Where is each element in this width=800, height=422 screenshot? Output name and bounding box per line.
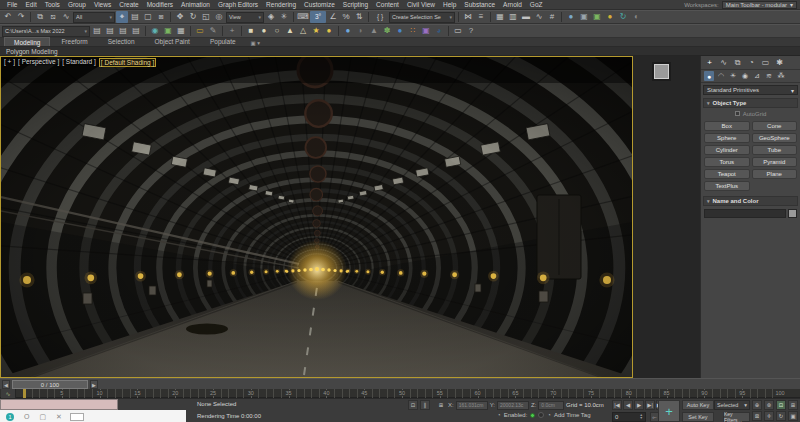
cone-primitive-icon[interactable]: ▲ xyxy=(284,25,296,37)
field-of-view-icon[interactable]: ⊠ xyxy=(752,411,762,421)
x-coordinate-field[interactable]: 161.031cm xyxy=(456,401,488,410)
rect-selection-region-icon[interactable]: ▢ xyxy=(142,11,154,23)
layer-explorer-icon[interactable]: ▥ xyxy=(507,11,519,23)
select-manipulate-icon[interactable]: ✳ xyxy=(278,11,290,23)
overlay-icon-0[interactable]: 1 xyxy=(6,413,14,421)
menu-customize[interactable]: Customize xyxy=(300,1,339,8)
sphere-primitive-icon[interactable]: ● xyxy=(258,25,270,37)
key-mode-dropdown[interactable]: Selected ▾ xyxy=(714,400,750,410)
select-link-icon[interactable]: ⧉ xyxy=(34,11,46,23)
angle-snap-icon[interactable]: ∠ xyxy=(327,11,339,23)
hierarchy-tab[interactable]: ⧉ xyxy=(732,57,743,68)
object-button-sphere[interactable]: Sphere xyxy=(704,133,750,143)
spacewarps-category[interactable]: ≋ xyxy=(764,71,774,81)
curve-editor-icon[interactable]: ∿ xyxy=(533,11,545,23)
object-button-plane[interactable]: Plane xyxy=(752,169,798,179)
ribbon-tab-populate[interactable]: Populate xyxy=(201,37,245,46)
foliage-icon[interactable]: ✽ xyxy=(381,25,393,37)
orbit-icon[interactable]: ↻ xyxy=(776,411,786,421)
menu-substance[interactable]: Substance xyxy=(460,1,499,8)
viewport-standard-menu[interactable]: [ Standard ] xyxy=(62,58,96,67)
subcategory-dropdown[interactable]: Standard Primitives ▾ xyxy=(703,85,798,95)
enabled-green-indicator[interactable] xyxy=(530,413,535,418)
box-primitive-icon[interactable]: ■ xyxy=(245,25,257,37)
shadow-sphere-icon[interactable]: ◕ xyxy=(433,25,445,37)
explorer-icon-4[interactable]: ▤ xyxy=(130,25,142,37)
rendered-frame-icon[interactable]: ▣ xyxy=(591,11,603,23)
help-icon[interactable]: ? xyxy=(465,25,477,37)
project-folder-dropdown[interactable]: C:\Users\A...s Max 2022▾ xyxy=(2,26,90,37)
object-color-swatch[interactable] xyxy=(788,209,797,218)
material-sphere-icon[interactable]: ● xyxy=(342,25,354,37)
polygon-modeling-panel-label[interactable]: Polygon Modeling xyxy=(6,48,58,55)
eye-icon[interactable]: ◉ xyxy=(149,25,161,37)
select-scale-icon[interactable]: ◱ xyxy=(200,11,212,23)
menu-scripting[interactable]: Scripting xyxy=(339,1,372,8)
overlay-icon-1[interactable]: O xyxy=(24,413,29,420)
menu-civil-view[interactable]: Civil View xyxy=(403,1,439,8)
mini-curve-editor-button[interactable]: ∿ xyxy=(1,389,16,398)
undo-icon[interactable]: ↶ xyxy=(2,11,14,23)
mountain-icon[interactable]: ▲ xyxy=(368,25,380,37)
image-icon[interactable]: ▣ xyxy=(162,25,174,37)
render-teapot-icon[interactable]: ◖ xyxy=(630,11,642,23)
sphere-yellow-icon[interactable]: ● xyxy=(323,25,335,37)
ribbon-menu-icon[interactable]: ▣ ▾ xyxy=(247,40,265,46)
viewport-pov-menu[interactable]: [ Perspective ] xyxy=(18,58,59,67)
menu-animation[interactable]: Animation xyxy=(177,1,214,8)
next-frame-button[interactable]: ▶| xyxy=(645,400,655,410)
object-button-box[interactable]: Box xyxy=(704,121,750,131)
redo-icon[interactable]: ↷ xyxy=(15,11,27,23)
ribbon-tab-object-paint[interactable]: Object Paint xyxy=(146,37,199,46)
ribbon-tab-modeling[interactable]: Modeling xyxy=(4,37,50,46)
keyboard-override-icon[interactable]: ⌨ xyxy=(297,11,309,23)
key-icon[interactable]: ⟜ xyxy=(650,412,659,422)
spinner-arrows-icon[interactable]: ▲▼ xyxy=(640,414,643,421)
go-to-start-button[interactable]: |◀ xyxy=(612,400,622,410)
moon-icon[interactable]: ◗ xyxy=(355,25,367,37)
play-button[interactable]: ▶ xyxy=(634,400,644,410)
ribbon-toggle-icon[interactable]: ▬ xyxy=(520,11,532,23)
select-object-icon[interactable]: ⌖ xyxy=(116,11,128,23)
menu-arnold[interactable]: Arnold xyxy=(499,1,526,8)
create-tab[interactable]: + xyxy=(704,57,715,68)
add-time-tag-label[interactable]: Add Time Tag xyxy=(554,412,591,418)
overlay-icon-2[interactable]: ▢ xyxy=(39,413,46,421)
card-icon[interactable]: ▭ xyxy=(452,25,464,37)
set-key-button[interactable]: Set Key xyxy=(682,412,714,422)
previous-frame-button[interactable]: ◀ xyxy=(623,400,633,410)
select-by-name-icon[interactable]: ▤ xyxy=(129,11,141,23)
object-name-field[interactable] xyxy=(704,209,786,218)
zoom-icon[interactable]: ⊕ xyxy=(752,400,762,410)
menu-edit[interactable]: Edit xyxy=(21,1,40,8)
trackbar-ruler[interactable]: 5101520253035404550556065707580859095100 xyxy=(24,389,780,398)
unlink-icon[interactable]: ⧅ xyxy=(47,11,59,23)
named-selection-sets-icon[interactable]: { } xyxy=(372,11,388,23)
earth-icon[interactable]: ● xyxy=(394,25,406,37)
schematic-view-icon[interactable]: # xyxy=(546,11,558,23)
panel-icon[interactable]: ▣ xyxy=(420,25,432,37)
explorer-icon-2[interactable]: ▤ xyxy=(104,25,116,37)
object-button-cylinder[interactable]: Cylinder xyxy=(704,145,750,155)
next-key-button[interactable]: ▶ xyxy=(90,380,98,389)
render-iterative-icon[interactable]: ↻ xyxy=(617,11,629,23)
menu-views[interactable]: Views xyxy=(90,1,115,8)
viewport[interactable]: [ + ] [ Perspective ] [ Standard ] [ Def… xyxy=(0,56,633,378)
autogrid-checkbox[interactable] xyxy=(735,111,740,116)
track-bar[interactable]: ∿ 51015202530354045505560657075808590951… xyxy=(0,389,800,398)
select-place-icon[interactable]: ◎ xyxy=(213,11,225,23)
menu-content[interactable]: Content xyxy=(372,1,403,8)
macro-recorder-field[interactable] xyxy=(0,399,118,410)
lights-category[interactable]: ☀ xyxy=(728,71,738,81)
set-keys-button[interactable]: + xyxy=(658,400,680,422)
zoom-all-icon[interactable]: ⊛ xyxy=(764,400,774,410)
object-button-teapot[interactable]: Teapot xyxy=(704,169,750,179)
mirror-icon[interactable]: ⋈ xyxy=(462,11,474,23)
maxscript-listener-field[interactable]: 1O▢✕ xyxy=(0,410,186,422)
selection-lock-icon[interactable]: ∥ xyxy=(420,400,430,410)
axis-tripod-icon[interactable]: + xyxy=(226,25,238,37)
select-move-icon[interactable]: ✥ xyxy=(174,11,186,23)
scene-explorer-icon[interactable]: ▦ xyxy=(494,11,506,23)
align-icon[interactable]: ≡ xyxy=(475,11,487,23)
enabled-toggle[interactable] xyxy=(538,412,544,418)
